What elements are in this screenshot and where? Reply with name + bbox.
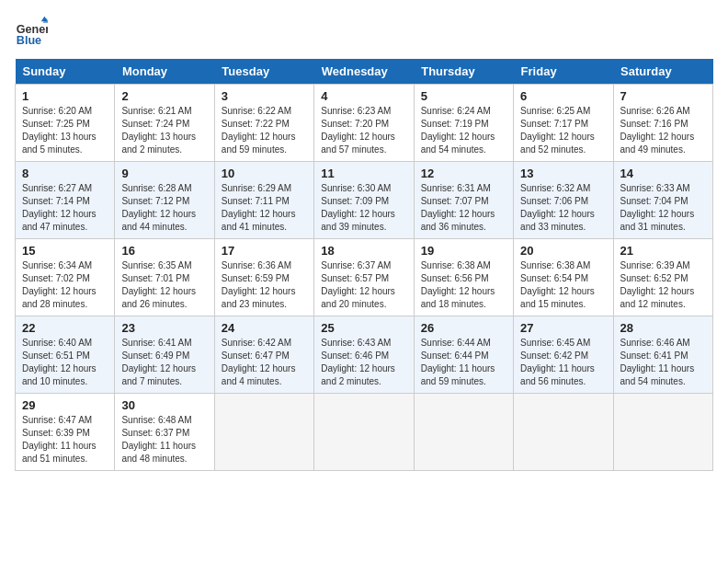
day-number: 23 bbox=[121, 321, 207, 335]
day-info: Sunrise: 6:34 AM Sunset: 7:02 PM Dayligh… bbox=[22, 259, 108, 311]
day-number: 3 bbox=[222, 89, 307, 103]
day-number: 16 bbox=[121, 244, 207, 258]
calendar-day-1: 1Sunrise: 6:20 AM Sunset: 7:25 PM Daylig… bbox=[16, 85, 115, 162]
day-number: 10 bbox=[222, 167, 307, 180]
calendar-day-25: 25Sunrise: 6:43 AM Sunset: 6:46 PM Dayli… bbox=[314, 316, 414, 394]
calendar-day-empty bbox=[314, 394, 414, 471]
day-info: Sunrise: 6:45 AM Sunset: 6:42 PM Dayligh… bbox=[520, 337, 606, 388]
day-info: Sunrise: 6:40 AM Sunset: 6:51 PM Dayligh… bbox=[22, 337, 108, 388]
calendar-day-9: 9Sunrise: 6:28 AM Sunset: 7:12 PM Daylig… bbox=[115, 162, 214, 239]
calendar-day-15: 15Sunrise: 6:34 AM Sunset: 7:02 PM Dayli… bbox=[16, 239, 115, 316]
calendar-day-12: 12Sunrise: 6:31 AM Sunset: 7:07 PM Dayli… bbox=[414, 162, 513, 239]
day-info: Sunrise: 6:42 AM Sunset: 6:47 PM Dayligh… bbox=[222, 337, 307, 388]
weekday-header-tuesday: Tuesday bbox=[214, 59, 313, 85]
weekday-header-wednesday: Wednesday bbox=[314, 59, 414, 85]
calendar-day-13: 13Sunrise: 6:32 AM Sunset: 7:06 PM Dayli… bbox=[514, 162, 613, 239]
calendar-day-20: 20Sunrise: 6:38 AM Sunset: 6:54 PM Dayli… bbox=[514, 239, 613, 316]
calendar-day-5: 5Sunrise: 6:24 AM Sunset: 7:19 PM Daylig… bbox=[414, 85, 513, 162]
day-number: 20 bbox=[520, 244, 606, 258]
calendar-day-23: 23Sunrise: 6:41 AM Sunset: 6:49 PM Dayli… bbox=[115, 316, 214, 394]
calendar-day-7: 7Sunrise: 6:26 AM Sunset: 7:16 PM Daylig… bbox=[613, 85, 712, 162]
calendar-day-16: 16Sunrise: 6:35 AM Sunset: 7:01 PM Dayli… bbox=[115, 239, 214, 316]
calendar-day-empty bbox=[414, 394, 513, 471]
day-number: 25 bbox=[321, 321, 406, 335]
calendar-table: SundayMondayTuesdayWednesdayThursdayFrid… bbox=[15, 59, 713, 471]
calendar-day-18: 18Sunrise: 6:37 AM Sunset: 6:57 PM Dayli… bbox=[314, 239, 414, 316]
day-info: Sunrise: 6:48 AM Sunset: 6:37 PM Dayligh… bbox=[121, 414, 207, 465]
day-info: Sunrise: 6:24 AM Sunset: 7:19 PM Dayligh… bbox=[421, 105, 506, 156]
day-info: Sunrise: 6:39 AM Sunset: 6:52 PM Dayligh… bbox=[620, 259, 706, 311]
calendar-day-2: 2Sunrise: 6:21 AM Sunset: 7:24 PM Daylig… bbox=[115, 85, 214, 162]
logo-icon: General Blue bbox=[15, 15, 48, 48]
day-number: 17 bbox=[222, 244, 307, 258]
calendar-day-28: 28Sunrise: 6:46 AM Sunset: 6:41 PM Dayli… bbox=[613, 316, 712, 394]
day-info: Sunrise: 6:23 AM Sunset: 7:20 PM Dayligh… bbox=[321, 105, 406, 156]
day-number: 4 bbox=[321, 89, 406, 103]
day-info: Sunrise: 6:22 AM Sunset: 7:22 PM Dayligh… bbox=[222, 105, 307, 156]
day-number: 21 bbox=[620, 244, 706, 258]
day-info: Sunrise: 6:38 AM Sunset: 6:54 PM Dayligh… bbox=[520, 259, 606, 311]
day-info: Sunrise: 6:43 AM Sunset: 6:46 PM Dayligh… bbox=[321, 337, 406, 388]
day-info: Sunrise: 6:29 AM Sunset: 7:11 PM Dayligh… bbox=[222, 182, 307, 234]
weekday-header-thursday: Thursday bbox=[414, 59, 513, 85]
calendar-week-2: 8Sunrise: 6:27 AM Sunset: 7:14 PM Daylig… bbox=[16, 162, 713, 239]
day-info: Sunrise: 6:38 AM Sunset: 6:56 PM Dayligh… bbox=[421, 259, 506, 311]
day-info: Sunrise: 6:37 AM Sunset: 6:57 PM Dayligh… bbox=[321, 259, 406, 311]
weekday-header-monday: Monday bbox=[115, 59, 214, 85]
day-number: 14 bbox=[620, 167, 706, 180]
day-number: 28 bbox=[620, 321, 706, 335]
day-number: 27 bbox=[520, 321, 606, 335]
day-info: Sunrise: 6:32 AM Sunset: 7:06 PM Dayligh… bbox=[520, 182, 606, 234]
day-info: Sunrise: 6:36 AM Sunset: 6:59 PM Dayligh… bbox=[222, 259, 307, 311]
day-info: Sunrise: 6:41 AM Sunset: 6:49 PM Dayligh… bbox=[121, 337, 207, 388]
calendar-day-29: 29Sunrise: 6:47 AM Sunset: 6:39 PM Dayli… bbox=[16, 394, 115, 471]
calendar-day-empty bbox=[214, 394, 313, 471]
calendar-day-19: 19Sunrise: 6:38 AM Sunset: 6:56 PM Dayli… bbox=[414, 239, 513, 316]
day-number: 6 bbox=[520, 89, 606, 103]
day-number: 12 bbox=[421, 167, 506, 180]
logo: General Blue bbox=[15, 15, 48, 48]
calendar-day-empty bbox=[514, 394, 613, 471]
calendar-day-22: 22Sunrise: 6:40 AM Sunset: 6:51 PM Dayli… bbox=[16, 316, 115, 394]
weekday-header-row: SundayMondayTuesdayWednesdayThursdayFrid… bbox=[16, 59, 713, 85]
calendar-day-3: 3Sunrise: 6:22 AM Sunset: 7:22 PM Daylig… bbox=[214, 85, 313, 162]
calendar-week-1: 1Sunrise: 6:20 AM Sunset: 7:25 PM Daylig… bbox=[16, 85, 713, 162]
day-number: 15 bbox=[22, 244, 108, 258]
calendar-day-4: 4Sunrise: 6:23 AM Sunset: 7:20 PM Daylig… bbox=[314, 85, 414, 162]
calendar-day-30: 30Sunrise: 6:48 AM Sunset: 6:37 PM Dayli… bbox=[115, 394, 214, 471]
page-header: General Blue bbox=[15, 15, 713, 48]
day-number: 29 bbox=[22, 398, 108, 412]
day-info: Sunrise: 6:20 AM Sunset: 7:25 PM Dayligh… bbox=[22, 105, 108, 156]
calendar-day-6: 6Sunrise: 6:25 AM Sunset: 7:17 PM Daylig… bbox=[514, 85, 613, 162]
day-number: 13 bbox=[520, 167, 606, 180]
day-number: 26 bbox=[421, 321, 506, 335]
calendar-day-21: 21Sunrise: 6:39 AM Sunset: 6:52 PM Dayli… bbox=[613, 239, 712, 316]
calendar-week-3: 15Sunrise: 6:34 AM Sunset: 7:02 PM Dayli… bbox=[16, 239, 713, 316]
day-number: 1 bbox=[22, 89, 108, 103]
day-info: Sunrise: 6:46 AM Sunset: 6:41 PM Dayligh… bbox=[620, 337, 706, 388]
day-number: 18 bbox=[321, 244, 406, 258]
weekday-header-sunday: Sunday bbox=[16, 59, 115, 85]
svg-text:Blue: Blue bbox=[17, 34, 41, 47]
day-info: Sunrise: 6:47 AM Sunset: 6:39 PM Dayligh… bbox=[22, 414, 108, 465]
day-info: Sunrise: 6:26 AM Sunset: 7:16 PM Dayligh… bbox=[620, 105, 706, 156]
day-number: 22 bbox=[22, 321, 108, 335]
weekday-header-saturday: Saturday bbox=[613, 59, 712, 85]
day-info: Sunrise: 6:33 AM Sunset: 7:04 PM Dayligh… bbox=[620, 182, 706, 234]
calendar-week-5: 29Sunrise: 6:47 AM Sunset: 6:39 PM Dayli… bbox=[16, 394, 713, 471]
day-info: Sunrise: 6:25 AM Sunset: 7:17 PM Dayligh… bbox=[520, 105, 606, 156]
day-number: 19 bbox=[421, 244, 506, 258]
calendar-day-8: 8Sunrise: 6:27 AM Sunset: 7:14 PM Daylig… bbox=[16, 162, 115, 239]
day-number: 8 bbox=[22, 167, 108, 180]
calendar-day-14: 14Sunrise: 6:33 AM Sunset: 7:04 PM Dayli… bbox=[613, 162, 712, 239]
day-info: Sunrise: 6:21 AM Sunset: 7:24 PM Dayligh… bbox=[121, 105, 207, 156]
day-info: Sunrise: 6:30 AM Sunset: 7:09 PM Dayligh… bbox=[321, 182, 406, 234]
calendar-day-11: 11Sunrise: 6:30 AM Sunset: 7:09 PM Dayli… bbox=[314, 162, 414, 239]
calendar-day-10: 10Sunrise: 6:29 AM Sunset: 7:11 PM Dayli… bbox=[214, 162, 313, 239]
day-number: 11 bbox=[321, 167, 406, 180]
day-info: Sunrise: 6:31 AM Sunset: 7:07 PM Dayligh… bbox=[421, 182, 506, 234]
day-number: 7 bbox=[620, 89, 706, 103]
day-info: Sunrise: 6:27 AM Sunset: 7:14 PM Dayligh… bbox=[22, 182, 108, 234]
day-info: Sunrise: 6:28 AM Sunset: 7:12 PM Dayligh… bbox=[121, 182, 207, 234]
day-number: 2 bbox=[121, 89, 207, 103]
